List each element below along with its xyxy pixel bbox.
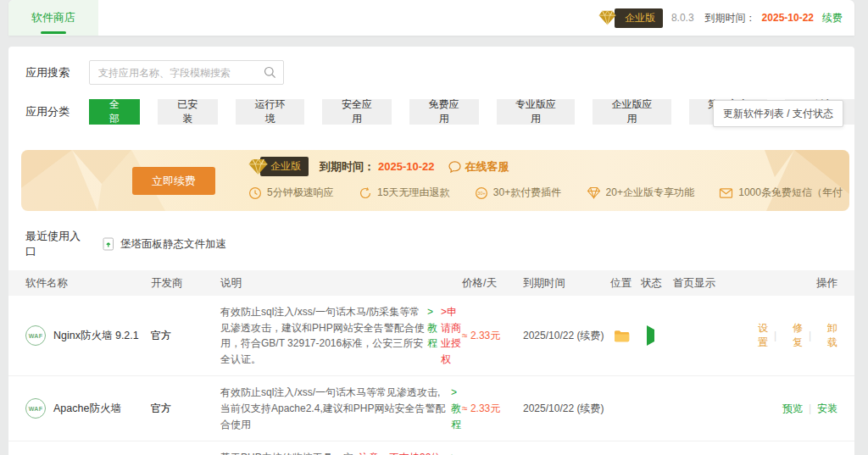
category-button[interactable]: 全部 <box>89 99 140 125</box>
description-text: 有效防止sql注入/xss/一句话木马等常见渗透攻击,当前仅支持Apache2.… <box>220 385 448 432</box>
renew-link[interactable]: 续费 <box>822 11 843 25</box>
expire-date: 2025-10-22 <box>762 12 814 24</box>
expire-cell: 2025/10/22 (续费) <box>523 402 610 416</box>
banner-feature: 30+30+款付费插件 <box>475 186 561 200</box>
banner-features: 5分钟极速响应15天无理由退款30+30+款付费插件20+企业版专享功能1000… <box>248 186 843 200</box>
category-button[interactable]: 安全应用 <box>322 99 392 125</box>
tutorial-link[interactable]: >教程 <box>427 304 438 352</box>
developer-cell: 官方 <box>151 402 220 416</box>
category-button[interactable]: 专业版应用 <box>497 99 576 125</box>
column-header: 软件名称 <box>8 276 151 291</box>
action-3-link[interactable]: 卸载 <box>817 321 837 350</box>
tab-label: 软件商店 <box>31 10 75 25</box>
description-cell: 基于PHP内核的监控工具，实时监控网站木马、漏洞等其他入侵行为，发现木马支持自动… <box>220 450 462 455</box>
enterprise-banner: 立即续费 企业版 到期时间： 2025-10-22 在线客服 5分钟极速响应15… <box>21 150 849 211</box>
description-text: 有效防止sql注入/xss/一句话木马/防采集等常见渗透攻击，建议和PHP网站安… <box>220 304 425 367</box>
tab-software-store[interactable]: 软件商店 <box>8 0 98 36</box>
chat-icon <box>448 161 461 173</box>
banner-feature-label: 20+企业版专享功能 <box>606 186 694 200</box>
online-service-link[interactable]: 在线客服 <box>448 159 509 175</box>
description-text: 基于PHP内核的监控工具，实时监控网站木马、漏洞等其他入侵行为，发现木马支持自动… <box>220 450 356 455</box>
license-info: 企业版 8.0.3 到期时间： 2025-10-22 续费 <box>598 8 854 28</box>
plugins-icon: 30+ <box>475 186 488 200</box>
file-accelerate-icon <box>103 237 114 251</box>
tutorial-link[interactable]: >教程 <box>451 385 462 432</box>
table-row: phpPHP网站安全告警官方基于PHP内核的监控工具，实时监控网站木马、漏洞等其… <box>8 441 854 455</box>
recent-app-label: 堡塔面板静态文件加速 <box>120 237 226 252</box>
refund-icon <box>359 186 372 200</box>
banner-feature: 5分钟极速响应 <box>248 186 334 200</box>
expire-label: 到期时间： <box>705 11 756 25</box>
banner-content: 企业版 到期时间： 2025-10-22 在线客服 5分钟极速响应15天无理由退… <box>248 157 843 200</box>
column-header: 状态 <box>641 276 673 291</box>
search-input[interactable] <box>89 60 284 85</box>
column-header: 开发商 <box>151 276 220 291</box>
app-name-cell: WAFNginx防火墙 9.2.1 <box>8 325 151 346</box>
category-button[interactable]: 运行环境 <box>236 99 305 125</box>
online-service-label: 在线客服 <box>465 159 509 175</box>
software-table: 软件名称开发商说明价格/天到期时间位置状态首页显示操作 WAFNginx防火墙 … <box>8 270 854 455</box>
description-cell: 有效防止sql注入/xss/一句话木马等常见渗透攻击,当前仅支持Apache2.… <box>220 385 462 432</box>
diamond-icon <box>248 158 268 175</box>
banner-feature-label: 1000条免费短信（年付 <box>738 186 843 200</box>
column-header: 位置 <box>610 276 641 291</box>
home-display-cell <box>673 330 748 341</box>
waf-shield-icon: WAF <box>25 398 46 419</box>
warning-note: 注意：不支持32位系统和arm平台和PHP5.2 <box>359 450 448 455</box>
folder-icon[interactable] <box>614 330 641 342</box>
renew-now-button[interactable]: 立即续费 <box>132 167 215 195</box>
clock-icon <box>248 186 262 200</box>
action-1-link[interactable]: 设置 <box>748 321 768 350</box>
table-row: WAFNginx防火墙 9.2.1官方有效防止sql注入/xss/一句话木马/防… <box>8 296 854 376</box>
diamond-outline-icon <box>587 186 601 199</box>
search-icon[interactable] <box>264 66 276 79</box>
recent-used-row: 最近使用入口 堡塔面板静态文件加速 <box>25 229 854 259</box>
enterprise-badge: 企业版 <box>615 8 663 28</box>
price-cell: ≈ 2.33元 <box>462 402 523 416</box>
banner-expire-date: 2025-10-22 <box>378 160 435 173</box>
action-2-link[interactable]: 修复 <box>782 321 803 350</box>
recent-app-link[interactable]: 堡塔面板静态文件加速 <box>103 237 226 252</box>
actions-cell: 设置|修复|卸载 <box>748 321 854 350</box>
table-row: WAFApache防火墙官方有效防止sql注入/xss/一句话木马等常见渗透攻击… <box>8 376 854 441</box>
search-label: 应用搜索 <box>25 65 81 80</box>
app-name: Nginx防火墙 9.2.1 <box>53 329 139 343</box>
column-header: 到期时间 <box>523 276 610 291</box>
banner-feature: 15天无理由退款 <box>359 186 449 200</box>
action-separator: | <box>774 330 776 341</box>
apply-license-link[interactable]: >申请商业授权 <box>441 304 462 367</box>
app-name-cell: WAFApache防火墙 <box>8 398 151 419</box>
column-header: 说明 <box>220 276 462 291</box>
category-button[interactable]: 企业版应用 <box>593 99 671 125</box>
search-box <box>89 60 284 85</box>
diamond-icon <box>598 10 616 25</box>
category-label: 应用分类 <box>25 104 81 119</box>
update-software-list-button[interactable]: 更新软件列表 / 支付状态 <box>713 100 843 127</box>
category-button[interactable]: 已安装 <box>158 99 218 125</box>
expire-cell: 2025/10/22 (续费) <box>523 329 610 343</box>
app-search-row: 应用搜索 <box>25 60 854 85</box>
category-button[interactable]: 免费应用 <box>409 99 479 125</box>
banner-feature: 1000条免费短信（年付 <box>719 186 843 200</box>
banner-feature-label: 15天无理由退款 <box>377 186 449 200</box>
action-2-link[interactable]: 安装 <box>817 402 837 416</box>
panel-version: 8.0.3 <box>671 12 694 24</box>
column-header: 操作 <box>748 276 854 291</box>
price-cell: ≈ 2.33元 <box>462 329 523 343</box>
action-1-link[interactable]: 预览 <box>782 402 803 416</box>
top-tab-bar: 软件商店 企业版 8.0.3 到期时间： 2025-10-22 续费 <box>8 0 854 36</box>
banner-license-line: 企业版 到期时间： 2025-10-22 在线客服 <box>248 157 843 176</box>
column-header: 首页显示 <box>673 276 748 291</box>
software-store-panel: 应用搜索 应用分类 全部已安装运行环境安全应用免费应用专业版应用企业版应用第三方… <box>8 47 854 455</box>
position-cell <box>610 330 641 342</box>
banner-feature: 20+企业版专享功能 <box>587 186 694 200</box>
mail-icon <box>719 187 733 199</box>
table-header: 软件名称开发商说明价格/天到期时间位置状态首页显示操作 <box>8 270 854 296</box>
description-cell: 有效防止sql注入/xss/一句话木马/防采集等常见渗透攻击，建议和PHP网站安… <box>220 304 462 367</box>
column-header: 价格/天 <box>462 276 523 291</box>
tutorial-link[interactable]: >教程 <box>451 450 462 455</box>
action-separator: | <box>809 330 811 341</box>
running-status-icon[interactable] <box>647 325 654 346</box>
svg-text:30+: 30+ <box>477 191 485 196</box>
recent-label: 最近使用入口 <box>25 229 81 259</box>
